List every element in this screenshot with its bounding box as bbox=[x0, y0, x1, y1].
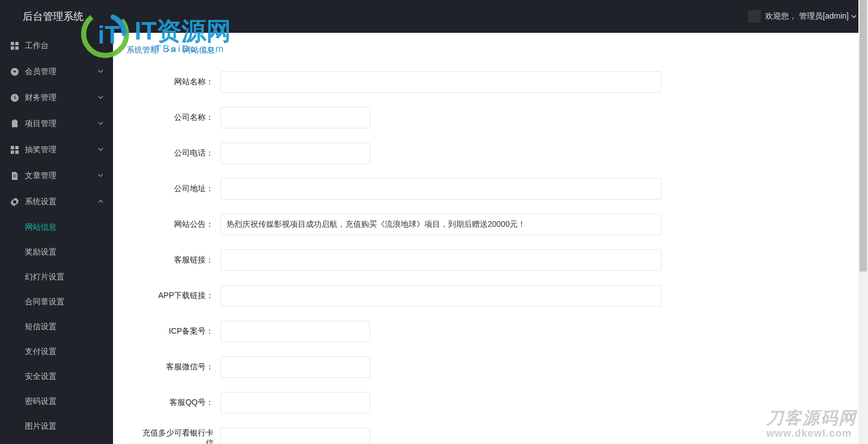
form-area: 网站名称：公司名称：公司电话：公司地址：网站公告：客服链接：APP下载链接：IC… bbox=[113, 66, 868, 444]
form-row-app_download: APP下载链接： bbox=[136, 285, 845, 307]
form-label: ICP备案号： bbox=[136, 326, 220, 337]
grid-icon bbox=[10, 41, 19, 50]
sidebar-item-label: 财务管理 bbox=[25, 93, 57, 103]
company_name-input[interactable] bbox=[220, 107, 370, 128]
user-dropdown[interactable]: 欢迎您， 管理员[admin] bbox=[765, 11, 857, 21]
welcome-user: 管理员[admin] bbox=[799, 11, 849, 21]
form-row-company_name: 公司名称： bbox=[136, 107, 845, 128]
breadcrumb-root[interactable]: 系统管理 bbox=[127, 45, 158, 54]
chevron-down-icon bbox=[97, 145, 104, 154]
form-row-bank_threshold: 充值多少可看银行卡信 bbox=[136, 428, 845, 444]
sidebar-item[interactable]: 文章管理 bbox=[0, 163, 113, 189]
sidebar-item-label: 抽奖管理 bbox=[25, 145, 57, 155]
sidebar-sub-item[interactable]: 幻灯片设置 bbox=[0, 265, 113, 290]
header-user-area: 欢迎您， 管理员[admin] bbox=[748, 10, 857, 23]
form-row-icp: ICP备案号： bbox=[136, 321, 845, 342]
form-label: 公司电话： bbox=[136, 148, 220, 158]
form-label: 网站名称： bbox=[136, 77, 220, 87]
sidebar-item[interactable]: 财务管理 bbox=[0, 85, 113, 111]
clock-icon bbox=[10, 93, 19, 102]
welcome-prefix: 欢迎您， bbox=[765, 11, 797, 21]
svg-rect-7 bbox=[13, 120, 16, 122]
svg-rect-11 bbox=[15, 150, 19, 154]
wechat-input[interactable] bbox=[220, 356, 370, 378]
svg-rect-2 bbox=[11, 46, 14, 50]
sidebar-sub-item[interactable]: 短信设置 bbox=[0, 314, 113, 339]
sidebar-item[interactable]: 项目管理 bbox=[0, 111, 113, 137]
sidebar-sub-item[interactable]: 网站信息 bbox=[0, 215, 113, 240]
form-row-qq: 客服QQ号： bbox=[136, 392, 845, 413]
site_notice-input[interactable] bbox=[220, 214, 661, 235]
svg-rect-9 bbox=[15, 146, 19, 149]
sidebar-item-label: 项目管理 bbox=[25, 119, 57, 129]
site_name-input[interactable] bbox=[220, 71, 661, 93]
chevron-down-icon bbox=[97, 67, 104, 76]
svg-rect-12 bbox=[13, 175, 16, 175]
sidebar-item[interactable]: 系统设置 bbox=[0, 189, 113, 215]
form-row-service_link: 客服链接： bbox=[136, 249, 845, 271]
form-row-company_address: 公司地址： bbox=[136, 178, 845, 200]
svg-rect-6 bbox=[12, 120, 18, 127]
company_phone-input[interactable] bbox=[220, 143, 370, 164]
bank_threshold-input[interactable] bbox=[220, 428, 370, 444]
sidebar-item-label: 系统设置 bbox=[25, 197, 57, 207]
form-row-company_phone: 公司电话： bbox=[136, 143, 845, 164]
icp-input[interactable] bbox=[220, 321, 370, 342]
app_download-input[interactable] bbox=[220, 285, 661, 307]
form-row-site_notice: 网站公告： bbox=[136, 214, 845, 235]
chevron-down-icon bbox=[97, 93, 104, 102]
sidebar-sub-item[interactable]: 支付设置 bbox=[0, 339, 113, 364]
svg-rect-8 bbox=[11, 146, 14, 149]
svg-rect-1 bbox=[15, 42, 19, 45]
gear-icon bbox=[10, 197, 19, 206]
form-label: 公司名称： bbox=[136, 113, 220, 123]
company_address-input[interactable] bbox=[220, 178, 661, 200]
app-title: 后台管理系统 bbox=[23, 10, 84, 23]
main-content: 系统管理 >> 网站信息 网站名称：公司名称：公司电话：公司地址：网站公告：客服… bbox=[113, 33, 868, 444]
svg-rect-3 bbox=[15, 46, 19, 50]
chevron-down-icon bbox=[851, 12, 857, 21]
form-label: 客服链接： bbox=[136, 255, 220, 265]
breadcrumb-current: 网站信息 bbox=[183, 45, 215, 54]
scrollbar-thumb[interactable] bbox=[860, 0, 867, 271]
form-label: 公司地址： bbox=[136, 184, 220, 194]
svg-rect-13 bbox=[13, 176, 16, 177]
header: 后台管理系统 欢迎您， 管理员[admin] bbox=[0, 0, 868, 33]
sidebar: 工作台会员管理财务管理项目管理抽奖管理文章管理系统设置网站信息奖励设置幻灯片设置… bbox=[0, 33, 113, 444]
qq-input[interactable] bbox=[220, 392, 370, 413]
clipboard-icon bbox=[10, 119, 19, 128]
doc-icon bbox=[10, 171, 19, 180]
chevron-up-icon bbox=[97, 197, 104, 206]
circle-v-icon bbox=[10, 67, 19, 76]
sidebar-sub-item[interactable]: 合同章设置 bbox=[0, 290, 113, 314]
sidebar-item[interactable]: 工作台 bbox=[0, 33, 113, 59]
scrollbar[interactable] bbox=[858, 0, 868, 444]
sidebar-item[interactable]: 抽奖管理 bbox=[0, 137, 113, 163]
svg-rect-0 bbox=[11, 42, 14, 45]
form-row-wechat: 客服微信号： bbox=[136, 356, 845, 378]
form-label: 客服QQ号： bbox=[136, 398, 220, 408]
form-label: 网站公告： bbox=[136, 219, 220, 230]
form-label: 充值多少可看银行卡信 bbox=[136, 428, 220, 444]
sidebar-item-label: 文章管理 bbox=[25, 171, 57, 181]
sidebar-sub-item[interactable]: 密码设置 bbox=[0, 389, 113, 414]
sidebar-sub-item[interactable]: 奖励设置 bbox=[0, 240, 113, 265]
sidebar-sub-item[interactable]: 安全设置 bbox=[0, 364, 113, 389]
svg-rect-10 bbox=[11, 150, 14, 154]
chevron-down-icon bbox=[97, 171, 104, 180]
avatar bbox=[748, 10, 761, 23]
form-label: 客服微信号： bbox=[136, 362, 220, 372]
sidebar-item[interactable]: 会员管理 bbox=[0, 59, 113, 85]
sidebar-sub-item[interactable]: 图片设置 bbox=[0, 414, 113, 439]
chevron-down-icon bbox=[97, 119, 104, 128]
grid2-icon bbox=[10, 145, 19, 154]
sidebar-item-label: 工作台 bbox=[25, 41, 49, 51]
breadcrumb: 系统管理 >> 网站信息 bbox=[113, 33, 868, 66]
sidebar-item-label: 会员管理 bbox=[25, 67, 57, 77]
breadcrumb-sep: >> bbox=[165, 45, 176, 54]
form-row-site_name: 网站名称： bbox=[136, 71, 845, 93]
form-label: APP下载链接： bbox=[136, 291, 220, 301]
service_link-input[interactable] bbox=[220, 249, 661, 271]
